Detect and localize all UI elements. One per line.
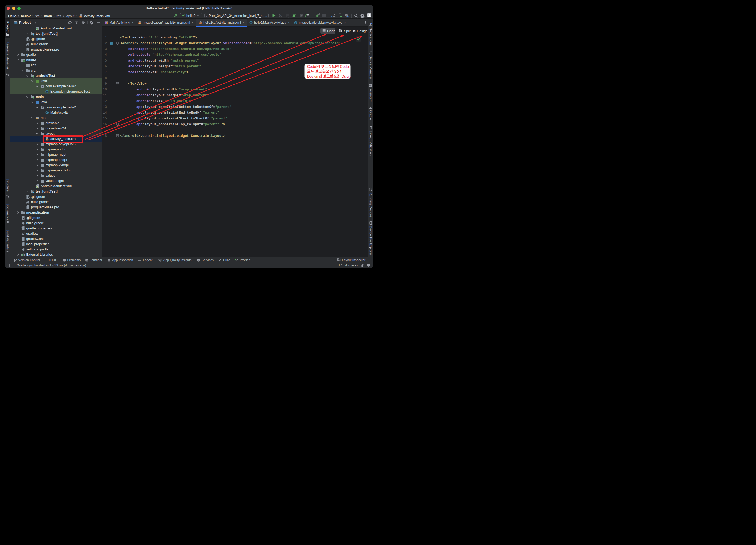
svg-text:A: A — [280, 15, 281, 17]
svg-text:C: C — [111, 42, 112, 45]
svg-text:<>: <> — [80, 16, 82, 17]
